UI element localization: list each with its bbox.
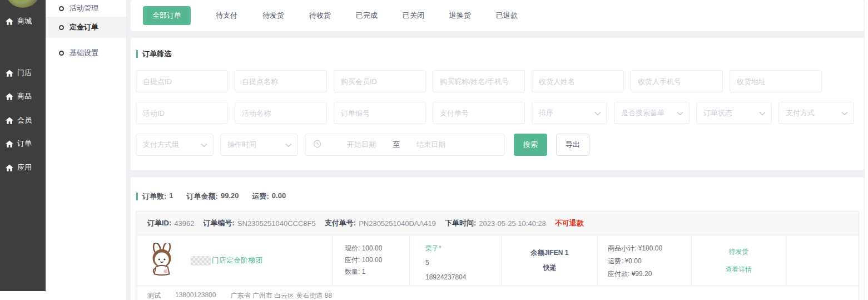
filter-title-text: 订单筛选: [142, 49, 171, 59]
tab-closed[interactable]: 已关闭: [403, 11, 424, 21]
scrollbar-track[interactable]: [865, 0, 868, 300]
buyer-nickname-link[interactable]: 栗子*: [425, 241, 502, 255]
circle-icon: [59, 51, 64, 56]
pickup-point-id-input[interactable]: [136, 70, 228, 92]
sidebar-item-goods[interactable]: 商品: [0, 89, 46, 104]
buyer-cell: 栗子* 5 18924237804: [409, 235, 502, 286]
summary-label: 运费:: [252, 191, 269, 201]
tab-all-orders[interactable]: 全部订单: [143, 6, 191, 25]
sidebar-item-apps[interactable]: 应用: [0, 160, 46, 175]
sidebar-item-members[interactable]: 会员: [0, 113, 46, 127]
select-placeholder: 排序: [539, 108, 553, 118]
receiver-name-input[interactable]: [532, 70, 624, 92]
quantity-line: 数量: 1: [345, 266, 409, 278]
summary-accent-bar: [136, 193, 138, 200]
tab-pending-receipt[interactable]: 待收货: [309, 11, 331, 21]
home-icon: [6, 93, 13, 100]
search-button[interactable]: 搜索: [514, 134, 547, 156]
submenu-item-label: 定金订单: [70, 22, 98, 32]
product-cell: 门店定金阶梯团: [136, 235, 332, 286]
status-cell: 待发货 查看详情: [691, 235, 786, 286]
submenu-item-deposit-orders[interactable]: 定金订单: [46, 17, 126, 38]
buyer-nickname-input[interactable]: [433, 70, 525, 92]
product-name-link[interactable]: 门店定金阶梯团: [191, 255, 262, 265]
start-date-placeholder[interactable]: 开始日期: [347, 140, 376, 150]
censored-text: [191, 256, 211, 265]
summary-shipping-fee: 运费: 0.00: [252, 191, 286, 201]
receiver-phone: 13800123800: [175, 291, 216, 300]
order-status-select[interactable]: 订单状态: [696, 102, 772, 124]
receiver-name: 测试: [147, 291, 161, 300]
submenu-item-activity-management[interactable]: 活动管理: [46, 0, 126, 17]
end-date-placeholder[interactable]: 结束日期: [416, 140, 445, 150]
tab-pending-payment[interactable]: 待支付: [216, 11, 237, 21]
select-placeholder: 支付方式组: [143, 140, 179, 150]
actions-cell-empty: [786, 235, 859, 286]
order-time-value: 2023-05-25 10:40:28: [479, 219, 546, 228]
non-refundable-badge: 不可退款: [555, 218, 584, 228]
summary-value: 99.20: [221, 191, 239, 201]
summary-order-amount: 订单金额: 99.20: [187, 191, 239, 201]
order-admin-page: 商城 门店 商品 会员 订单 应用 活动管理 定金订单: [0, 0, 868, 300]
activity-name-input[interactable]: [235, 102, 327, 124]
payment-method-select[interactable]: 支付方式: [778, 102, 854, 124]
summary-value: 1: [169, 191, 173, 201]
circle-icon: [59, 6, 64, 11]
first-order-search-select[interactable]: 是否搜索首单: [614, 102, 690, 124]
sidebar-item-mall[interactable]: 商城: [0, 14, 46, 28]
order-status-text: 待发货: [729, 247, 749, 257]
order-row: 门店定金阶梯团 现价: 100.00 应付: 100.00 数量: 1 栗子* …: [136, 235, 859, 286]
tab-pending-shipment[interactable]: 待发货: [262, 11, 284, 21]
price-cell: 现价: 100.00 应付: 100.00 数量: 1: [332, 235, 409, 286]
pickup-point-name-input[interactable]: [235, 70, 327, 92]
chevron-down-icon: [677, 109, 683, 117]
tab-completed[interactable]: 已完成: [356, 11, 378, 21]
receiver-address-input[interactable]: [730, 70, 822, 92]
totals-cell: 商品小计: ¥100.00 运费: ¥0.00 应付款: ¥99.20: [597, 235, 691, 286]
sidebar-item-store[interactable]: 门店: [0, 66, 46, 80]
summary-value: 0.00: [272, 191, 286, 201]
buyer-member-id: 5: [425, 255, 502, 270]
order-time-label: 下单时间:: [445, 218, 476, 228]
product-image-bunny[interactable]: [145, 243, 180, 278]
export-button[interactable]: 导出: [556, 134, 589, 156]
subtotal-line: 商品小计: ¥100.00: [608, 242, 691, 255]
chevron-down-icon: [759, 109, 766, 117]
chevron-down-icon: [201, 141, 207, 149]
summary-label: 订单数:: [142, 191, 166, 201]
clock-icon: [313, 140, 321, 150]
title-accent-bar: [136, 50, 138, 58]
chevron-down-icon: [841, 109, 848, 117]
payment-method-group-select[interactable]: 支付方式组: [136, 134, 214, 156]
view-details-link[interactable]: 查看详情: [726, 265, 752, 274]
activity-id-input[interactable]: [136, 102, 228, 124]
filter-row-2: 排序 是否搜索首单 订单状态 支付方式: [136, 102, 864, 124]
buyer-member-id-input[interactable]: [334, 70, 426, 92]
receiver-phone-input[interactable]: [631, 70, 723, 92]
order-filter-panel: 订单筛选 排序: [131, 38, 864, 170]
filter-row-3: 支付方式组 操作时间 开始日期 至 结束日期 搜索 导出: [136, 134, 864, 156]
chevron-down-icon: [594, 109, 601, 117]
submenu-item-basic-settings[interactable]: 基础设置: [46, 42, 126, 63]
sidebar-item-label: 订单: [17, 139, 32, 149]
operation-time-select[interactable]: 操作时间: [220, 134, 298, 156]
order-number-input[interactable]: [334, 102, 426, 124]
order-list-panel: 订单数: 1 订单金额: 99.20 运费: 0.00 订单ID: 43962 …: [131, 177, 864, 300]
order-id-value: 43962: [174, 219, 194, 228]
submenu-item-label: 基础设置: [70, 48, 98, 58]
payment-number-input[interactable]: [433, 102, 525, 124]
sidebar-item-orders[interactable]: 订单: [0, 136, 46, 151]
receiver-address-row: 测试 13800123800 广东省 广州市 白云区 黄石街道 88: [136, 286, 859, 300]
app-logo: [5, 0, 41, 8]
submenu-item-label: 活动管理: [70, 3, 98, 13]
main-content: 全部订单 待支付 待发货 待收货 已完成 已关闭 退换货 已退款 订单筛选: [127, 0, 868, 300]
date-range-picker[interactable]: 开始日期 至 结束日期: [305, 134, 505, 156]
tab-return-exchange[interactable]: 退换货: [449, 11, 471, 21]
sort-select[interactable]: 排序: [532, 102, 607, 124]
order-status-tabs: 全部订单 待支付 待发货 待收货 已完成 已关闭 退换货 已退款: [131, 0, 864, 31]
date-separator: 至: [393, 140, 400, 150]
tab-refunded[interactable]: 已退款: [496, 11, 518, 21]
order-card-header: 订单ID: 43962 订单编号: SN2305251040CCC8F5 支付单…: [136, 212, 859, 235]
current-price-line: 现价: 100.00: [345, 243, 409, 254]
sidebar-item-label: 商城: [17, 16, 32, 26]
